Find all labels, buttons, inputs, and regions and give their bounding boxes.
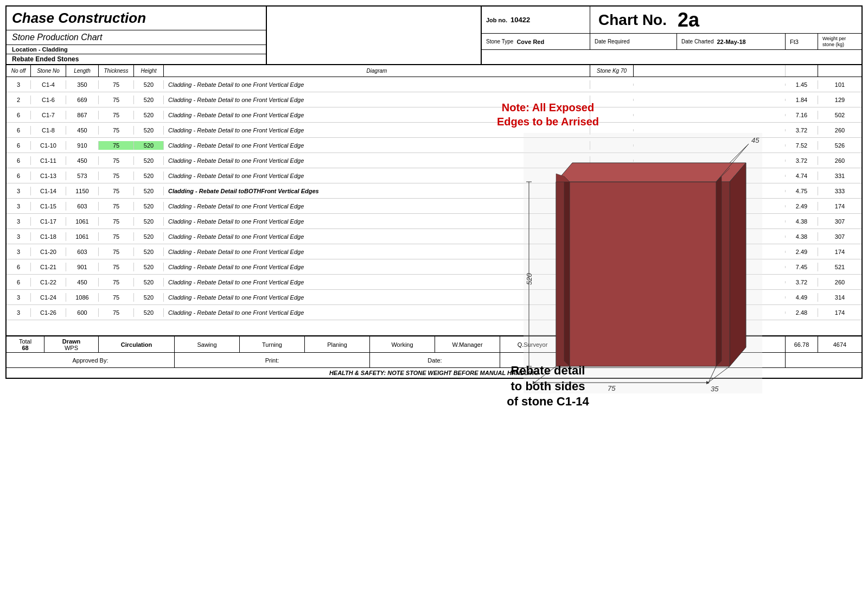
cell-length: 603 (66, 202, 99, 211)
footer-ft3-val: 66.78 (786, 336, 818, 352)
cell-thick: 75 (99, 126, 134, 135)
wt-cell: Weight perstone (kg) (818, 34, 861, 49)
footer-q-surveyor: Q.Surveyor (500, 336, 565, 352)
main-content: 3C1-435075520Cladding - Rebate Detail to… (7, 77, 861, 335)
chart-no-value: 2a (678, 9, 699, 31)
header-left: Chase Construction Stone Production Char… (7, 7, 267, 64)
cell-length: 901 (66, 263, 99, 271)
cell-wt: 260 (818, 126, 861, 135)
cell-length: 450 (66, 126, 99, 135)
cell-nooff: 3 (7, 80, 31, 89)
table-row-empty (7, 320, 861, 335)
cell-ft3: 3.72 (786, 278, 818, 287)
col-header-height: Height (134, 65, 164, 77)
cell-nooff: 3 (7, 187, 31, 195)
cell-ft3: 3.72 (786, 126, 818, 135)
cell-ft3: 7.45 (786, 263, 818, 271)
cell-wt: 331 (818, 172, 861, 180)
cell-stonekg (590, 266, 634, 268)
cell-stonekg (590, 205, 634, 207)
footer-w-manager: W.Manager (435, 336, 500, 352)
cell-stonekg (590, 251, 634, 253)
svg-text:75: 75 (608, 384, 616, 392)
cell-nooff: 3 (7, 293, 31, 302)
cell-length: 1061 (66, 217, 99, 226)
cell-stonekg (590, 312, 634, 314)
cell-length: 573 (66, 172, 99, 180)
stone-type-cell: Stone Type Cove Red (482, 34, 590, 49)
cell-stoneno: C1-22 (31, 278, 66, 287)
cell-stoneno: C1-17 (31, 217, 66, 226)
footer-sawing: Sawing (175, 336, 240, 352)
cell-ft3: 4.74 (786, 172, 818, 180)
cell-height: 520 (134, 278, 164, 287)
cell-length: 910 (66, 141, 99, 150)
cell-nooff: 6 (7, 141, 31, 150)
cell-height: 520 (134, 247, 164, 256)
cell-stoneno: C1-15 (31, 202, 66, 211)
footer-total-ft3: Total Ft3 / Weight (Kg) (630, 336, 786, 352)
cell-spacer (634, 84, 786, 86)
date-charted-label: Date Charted (681, 39, 713, 45)
cell-thick: 75 (99, 80, 134, 89)
footer-approved: Approved By: (7, 353, 175, 367)
cell-spacer (634, 220, 786, 223)
cell-diagram: Cladding - Rebate Detail to one Front Ve… (164, 141, 590, 150)
cell-stoneno: C1-7 (31, 111, 66, 119)
cell-thick: 75 (99, 247, 134, 256)
table-row: 3C1-2060375520Cladding - Rebate Detail t… (7, 244, 861, 259)
header-section: Chase Construction Stone Production Char… (7, 7, 861, 65)
cell-stonekg (590, 129, 634, 131)
cell-wt: 333 (818, 187, 861, 195)
cell-height: 520 (134, 172, 164, 180)
cell-length: 867 (66, 111, 99, 119)
cell-height: 520 (134, 111, 164, 119)
cell-thick: 75 (99, 308, 134, 317)
col-header-wt (818, 65, 861, 77)
cell-stonekg (590, 296, 634, 298)
cell-ft3: 4.49 (786, 293, 818, 302)
cell-length: 1086 (66, 293, 99, 302)
cell-thick: 75 (99, 111, 134, 119)
cell-thick: 75 (99, 263, 134, 271)
cell-stonekg (590, 144, 634, 147)
table-row: 3C1-2660075520Cladding - Rebate Detail t… (7, 305, 861, 320)
cell-height: 520 (134, 202, 164, 211)
cell-nooff: 2 (7, 96, 31, 104)
cell-stoneno: C1-21 (31, 263, 66, 271)
cell-length: 669 (66, 96, 99, 104)
cell-diagram: Cladding - Rebate Detail to one Front Ve… (164, 96, 590, 104)
col-header-stonekg: Stone Kg 70 (590, 65, 634, 77)
footer-turning: Turning (240, 336, 305, 352)
table-row: 3C1-17106175520Cladding - Rebate Detail … (7, 214, 861, 229)
table-row: 3C1-18106175520Cladding - Rebate Detail … (7, 229, 861, 244)
cell-stoneno: C1-18 (31, 232, 66, 241)
col-header-row: No off Stone No Length Thickness Height … (7, 65, 861, 77)
header-mid (267, 7, 482, 64)
cell-diagram: Cladding - Rebate Detail to one Front Ve… (164, 111, 590, 119)
cell-stonekg (590, 114, 634, 116)
job-no-value: 10422 (510, 16, 530, 24)
cell-diagram: Cladding - Rebate Detail to one Front Ve… (164, 278, 590, 287)
main-container: Chase Construction Stone Production Char… (5, 5, 863, 379)
cell-spacer (634, 99, 786, 101)
footer-row1: Total 68 Drawn WPS Circulation Sawing Tu… (7, 336, 861, 353)
table-row: 2C1-666975520Cladding - Rebate Detail to… (7, 92, 861, 107)
cell-wt: 129 (818, 96, 861, 104)
cell-thick: 75 (99, 293, 134, 302)
cell-thick: 75 (99, 187, 134, 195)
cell-wt: 526 (818, 141, 861, 150)
table-row: 6C1-2190175520Cladding - Rebate Detail t… (7, 259, 861, 275)
cell-stonekg (590, 160, 634, 162)
footer-print: Print: (175, 353, 370, 367)
cell-diagram: Cladding - Rebate Detail to one Front Ve… (164, 247, 590, 256)
cell-stonekg (590, 190, 634, 192)
stone-date-row: Stone Type Cove Red Date Required Date C… (482, 34, 861, 50)
table-row: 6C1-2245075520Cladding - Rebate Detail t… (7, 275, 861, 290)
cell-spacer (634, 175, 786, 177)
cell-thick: 75 (99, 96, 134, 104)
footer-finished-wt (818, 353, 861, 367)
cell-diagram: Cladding - Rebate Detail to one Front Ve… (164, 202, 590, 211)
cell-spacer (634, 296, 786, 298)
date-required-cell: Date Required (590, 34, 677, 49)
